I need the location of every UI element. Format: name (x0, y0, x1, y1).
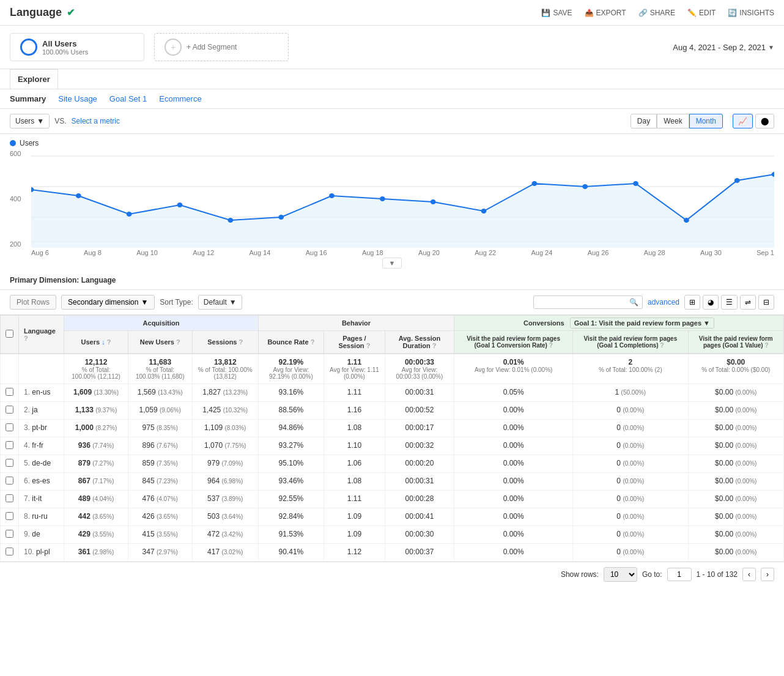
select-all-checkbox[interactable] (6, 330, 13, 338)
row-value: $0.00 (0.00%) (688, 491, 784, 508)
plot-rows-button[interactable]: Plot Rows (10, 295, 56, 310)
language-link[interactable]: de-de (32, 459, 51, 467)
totals-avg-session: 00:00:33 Avg for View: 00:00:33 (0.00%) (385, 354, 454, 384)
row-conv-rate: 0.00% (454, 402, 573, 420)
save-button[interactable]: 💾 SAVE (541, 9, 572, 17)
row-users: 361 (2.98%) (64, 544, 128, 562)
month-button[interactable]: Month (689, 114, 723, 128)
row-checkbox[interactable] (1, 455, 19, 473)
tab-site-usage[interactable]: Site Usage (58, 94, 97, 103)
row-users: 489 (4.04%) (64, 491, 128, 508)
row-completions: 0 (0.00%) (573, 473, 688, 491)
language-link[interactable]: es-es (32, 477, 50, 485)
day-button[interactable]: Day (631, 114, 657, 128)
language-link[interactable]: en-us (32, 388, 50, 396)
x-label-aug14: Aug 14 (250, 249, 271, 256)
goto-input[interactable] (667, 568, 692, 581)
row-checkbox[interactable] (1, 437, 19, 455)
next-page-button[interactable]: › (761, 568, 774, 581)
svg-point-7 (127, 212, 132, 217)
language-link[interactable]: pl-pl (36, 548, 50, 556)
export-button[interactable]: 📤 EXPORT (585, 9, 626, 17)
row-pages-session: 1.12 (324, 544, 385, 562)
language-link[interactable]: fr-fr (32, 441, 43, 450)
language-link[interactable]: ru-ru (32, 512, 47, 521)
secondary-dimension-chevron-icon: ▼ (141, 298, 148, 306)
sort-type-value: Default (204, 298, 227, 306)
table-row: 7. it-it 489 (4.04%) 476 (4.07%) 537 (3.… (1, 491, 784, 508)
insights-button[interactable]: 🔄 INSIGHTS (728, 9, 774, 17)
row-bounce-rate: 93.46% (258, 473, 324, 491)
language-link[interactable]: pt-br (32, 423, 47, 432)
header-value: Visit the paid review form pages (Goal 1… (688, 331, 784, 354)
add-segment-button[interactable]: + + Add Segment (154, 33, 289, 61)
row-checkbox[interactable] (1, 402, 19, 420)
select-metric-link[interactable]: Select a metric (72, 117, 120, 125)
x-label-aug28: Aug 28 (644, 249, 665, 256)
line-chart-button[interactable]: 📈 (733, 114, 753, 128)
language-link[interactable]: de (32, 530, 40, 538)
row-avg-session: 00:00:31 (385, 473, 454, 491)
search-input[interactable] (538, 298, 629, 306)
row-bounce-rate: 88.56% (258, 402, 324, 420)
row-checkbox[interactable] (1, 544, 19, 562)
explorer-tab[interactable]: Explorer (10, 69, 58, 89)
chart-svg (31, 150, 774, 248)
row-new-users: 1,059 (9.06%) (128, 402, 192, 420)
tab-goal-set-1[interactable]: Goal Set 1 (109, 94, 147, 103)
pivot-view-button[interactable]: ⊟ (758, 295, 774, 310)
date-range-picker[interactable]: Aug 4, 2021 - Sep 2, 2021 ▼ (673, 43, 774, 52)
header-language: Language ? (19, 316, 64, 354)
add-segment-label: + Add Segment (187, 43, 237, 51)
share-button[interactable]: 🔗 SHARE (638, 9, 675, 17)
row-checkbox[interactable] (1, 384, 19, 402)
row-sessions: 964 (6.98%) (192, 473, 258, 491)
primary-dimension-label: Primary Dimension: (10, 276, 79, 284)
sort-type-dropdown[interactable]: Default ▼ (198, 295, 242, 310)
all-users-segment[interactable]: All Users 100.00% Users (10, 33, 144, 61)
primary-dimension-value: Language (81, 276, 116, 284)
show-rows-select[interactable]: 10 25 100 (604, 567, 637, 582)
compare-view-button[interactable]: ⇌ (740, 295, 756, 310)
row-pages-session: 1.10 (324, 437, 385, 455)
row-conv-rate: 0.00% (454, 526, 573, 544)
y-axis-labels: 600 400 200 (10, 150, 31, 248)
goal-dropdown[interactable]: Goal 1: Visit the paid review form pages… (570, 318, 714, 329)
chart-expand-button[interactable]: ▼ (382, 258, 402, 269)
row-avg-session: 00:00:17 (385, 420, 454, 437)
tab-summary[interactable]: Summary (10, 94, 46, 103)
segment-label: All Users (42, 39, 88, 48)
row-users: 879 (7.27%) (64, 455, 128, 473)
language-link[interactable]: it-it (32, 494, 42, 503)
secondary-dimension-button[interactable]: Secondary dimension ▼ (61, 295, 155, 310)
grid-view-button[interactable]: ⊞ (684, 295, 700, 310)
row-completions: 0 (0.00%) (573, 491, 688, 508)
pie-chart-button[interactable]: ⬤ (755, 114, 774, 128)
prev-page-button[interactable]: ‹ (742, 568, 756, 581)
x-axis-labels: Aug 6 Aug 8 Aug 10 Aug 12 Aug 14 Aug 16 … (31, 248, 774, 256)
row-checkbox[interactable] (1, 420, 19, 437)
metric-dropdown[interactable]: Users ▼ (10, 114, 50, 128)
row-checkbox[interactable] (1, 526, 19, 544)
row-checkbox[interactable] (1, 508, 19, 526)
svg-point-16 (582, 184, 588, 189)
time-button-group: Day Week Month (631, 114, 723, 128)
list-view-button[interactable]: ☰ (721, 295, 738, 310)
tab-ecommerce[interactable]: Ecommerce (159, 94, 201, 103)
row-new-users: 859 (7.35%) (128, 455, 192, 473)
header-conv-rate: Visit the paid review form pages (Goal 1… (454, 331, 573, 354)
edit-button[interactable]: ✏️ EDIT (687, 9, 716, 17)
verified-icon: ✔ (67, 7, 75, 18)
language-link[interactable]: ja (32, 406, 37, 414)
x-label-aug24: Aug 24 (531, 249, 552, 256)
chart-controls: Users ▼ VS. Select a metric Day Week Mon… (0, 109, 784, 134)
pie-view-button[interactable]: ◕ (703, 295, 719, 310)
week-button[interactable]: Week (657, 114, 689, 128)
search-box[interactable]: 🔍 (533, 295, 643, 309)
row-checkbox[interactable] (1, 473, 19, 491)
row-avg-session: 00:00:28 (385, 491, 454, 508)
row-checkbox[interactable] (1, 491, 19, 508)
row-users: 442 (3.65%) (64, 508, 128, 526)
row-rank-language: 6. es-es (19, 473, 64, 491)
advanced-link[interactable]: advanced (648, 298, 679, 306)
